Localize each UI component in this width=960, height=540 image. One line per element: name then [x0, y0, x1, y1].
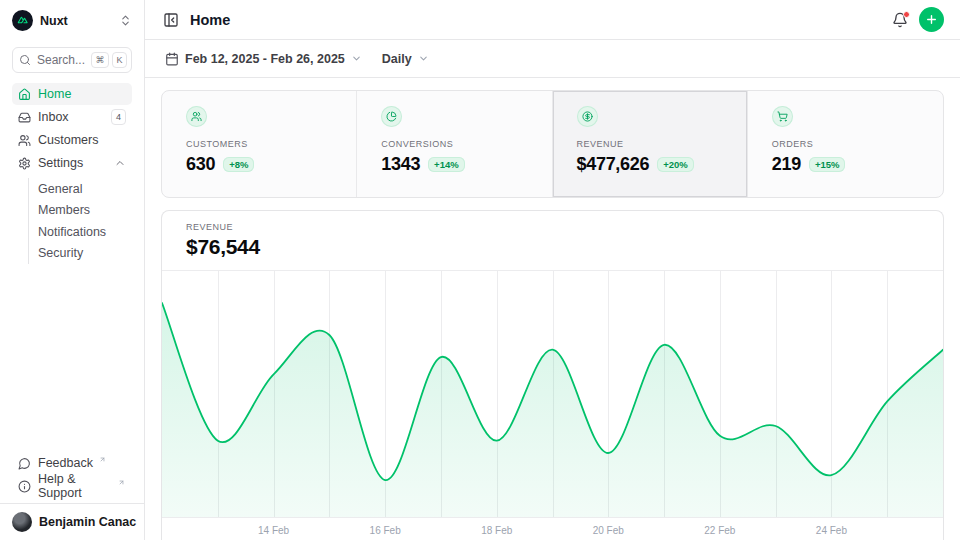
- sidebar-item-general[interactable]: General: [29, 178, 132, 200]
- sidebar-item-members[interactable]: Members: [29, 200, 132, 222]
- kbd-k: K: [112, 52, 127, 68]
- stat-label: CONVERSIONS: [381, 139, 539, 149]
- inbox-icon: [18, 111, 31, 124]
- granularity-value: Daily: [382, 52, 412, 66]
- x-axis: 14 Feb16 Feb18 Feb20 Feb22 Feb24 Feb: [162, 517, 943, 540]
- stats-row: CUSTOMERS 630 +8% CONVERSIONS 1343 +14%: [161, 90, 944, 198]
- add-button[interactable]: [919, 7, 944, 32]
- sidebar-item-home[interactable]: Home: [12, 83, 132, 105]
- inbox-count-badge: 4: [111, 109, 126, 125]
- chart-metric-value: $76,544: [186, 235, 919, 259]
- avatar: [12, 512, 32, 532]
- house-icon: [18, 88, 31, 101]
- sidebar-spacer: [0, 266, 144, 452]
- team-selector[interactable]: Nuxt: [0, 0, 144, 35]
- stat-card-revenue[interactable]: REVENUE $477,626 +20%: [553, 91, 748, 197]
- stat-delta-badge: +15%: [809, 157, 846, 172]
- revenue-chart-card: REVENUE $76,544: [161, 210, 944, 540]
- x-axis-label: 14 Feb: [258, 525, 289, 536]
- team-name: Nuxt: [40, 14, 112, 28]
- sidebar-item-customers[interactable]: Customers: [12, 129, 132, 151]
- info-circle-icon: [18, 480, 31, 493]
- dashboard-content: CUSTOMERS 630 +8% CONVERSIONS 1343 +14%: [145, 78, 960, 540]
- nuxt-logo-icon: [12, 10, 33, 31]
- chart-header: REVENUE $76,544: [162, 211, 943, 271]
- chevron-down-icon: [351, 53, 362, 64]
- notification-dot: [903, 11, 910, 18]
- x-axis-label: 18 Feb: [481, 525, 512, 536]
- calendar-icon: [165, 52, 179, 66]
- user-name: Benjamin Canac: [39, 515, 136, 529]
- collapse-sidebar-button[interactable]: [161, 10, 181, 30]
- sidebar-item-label: Home: [38, 87, 71, 101]
- search-input[interactable]: Search... ⌘ K: [12, 47, 132, 73]
- chart-metric-label: REVENUE: [186, 222, 919, 232]
- chevron-up-icon: [114, 157, 126, 169]
- x-axis-label: 16 Feb: [370, 525, 401, 536]
- top-header: Home: [145, 0, 960, 40]
- stat-label: ORDERS: [772, 139, 931, 149]
- sidebar-item-inbox[interactable]: Inbox 4: [12, 106, 132, 128]
- revenue-chart-plot[interactable]: [162, 271, 943, 517]
- stat-value: 630: [186, 154, 215, 175]
- stat-card-orders[interactable]: ORDERS 219 +15%: [748, 91, 943, 197]
- search-icon: [19, 54, 31, 66]
- users-icon: [186, 106, 207, 127]
- x-axis-label: 20 Feb: [593, 525, 624, 536]
- notifications-button[interactable]: [890, 10, 910, 30]
- users-icon: [18, 134, 31, 147]
- filters-toolbar: Feb 12, 2025 - Feb 26, 2025 Daily: [145, 40, 960, 78]
- sidebar-footer-nav: Feedback Help & Support: [0, 452, 144, 503]
- chevrons-up-down-icon: [119, 14, 132, 27]
- search-placeholder: Search...: [37, 53, 85, 67]
- date-range-value: Feb 12, 2025 - Feb 26, 2025: [185, 52, 345, 66]
- user-menu[interactable]: Benjamin Canac: [0, 503, 144, 540]
- plus-icon: [925, 13, 938, 26]
- chevron-down-icon: [418, 53, 429, 64]
- x-axis-label: 24 Feb: [816, 525, 847, 536]
- external-link-icon: [99, 456, 106, 463]
- sidebar: Nuxt Search... ⌘ K Home: [0, 0, 145, 540]
- message-bubble-icon: [18, 457, 31, 470]
- kbd-cmd: ⌘: [91, 52, 109, 68]
- dollar-circle-icon: [577, 106, 598, 127]
- sidebar-nav: Home Inbox 4 Customers Settings: [0, 83, 144, 266]
- revenue-chart-svg: [162, 271, 943, 517]
- gear-icon: [18, 157, 31, 170]
- main-panel: Home Feb 12, 2025 - Feb 26, 2025: [145, 0, 960, 540]
- app-window: Nuxt Search... ⌘ K Home: [0, 0, 960, 540]
- stat-card-customers[interactable]: CUSTOMERS 630 +8%: [162, 91, 357, 197]
- page-title: Home: [190, 12, 230, 28]
- panel-left-close-icon: [163, 12, 179, 28]
- pie-chart-icon: [381, 106, 402, 127]
- sidebar-item-label: Customers: [38, 133, 98, 147]
- sidebar-item-settings[interactable]: Settings: [12, 152, 132, 174]
- search-shortcut: ⌘ K: [91, 52, 127, 68]
- stat-label: CUSTOMERS: [186, 139, 344, 149]
- stat-delta-badge: +14%: [428, 157, 465, 172]
- external-link-icon: [118, 479, 125, 486]
- stat-label: REVENUE: [577, 139, 735, 149]
- sidebar-item-notifications[interactable]: Notifications: [29, 221, 132, 243]
- stat-value: $477,626: [577, 154, 650, 175]
- sidebar-item-label: Inbox: [38, 110, 69, 124]
- sidebar-item-label: Settings: [38, 156, 83, 170]
- cart-icon: [772, 106, 793, 127]
- sidebar-item-help-support[interactable]: Help & Support: [12, 475, 132, 497]
- date-range-picker[interactable]: Feb 12, 2025 - Feb 26, 2025: [161, 48, 366, 70]
- chart-area: [162, 303, 943, 517]
- sidebar-item-security[interactable]: Security: [29, 243, 132, 265]
- sidebar-item-label: Help & Support: [38, 472, 112, 500]
- stat-value: 1343: [381, 154, 420, 175]
- sidebar-item-feedback[interactable]: Feedback: [12, 452, 132, 474]
- x-axis-label: 22 Feb: [704, 525, 735, 536]
- granularity-select[interactable]: Daily: [378, 48, 433, 70]
- stat-card-conversions[interactable]: CONVERSIONS 1343 +14%: [357, 91, 552, 197]
- stat-delta-badge: +20%: [657, 157, 694, 172]
- settings-subnav: General Members Notifications Security: [28, 178, 132, 264]
- sidebar-item-label: Feedback: [38, 456, 93, 470]
- stat-delta-badge: +8%: [223, 157, 254, 172]
- stat-value: 219: [772, 154, 801, 175]
